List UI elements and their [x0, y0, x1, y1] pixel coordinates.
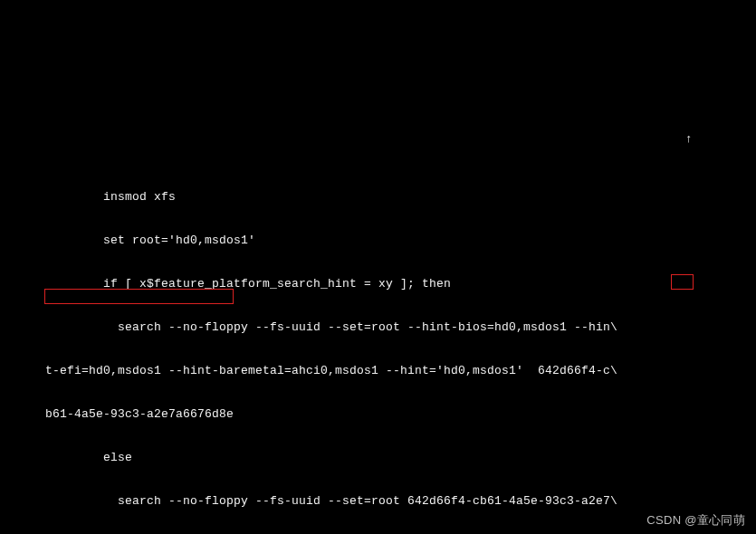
- grub-config-line[interactable]: else: [45, 451, 747, 465]
- grub-config-line[interactable]: search --no-floppy --fs-uuid --set=root …: [45, 494, 747, 509]
- grub-config-line[interactable]: search --no-floppy --fs-uuid --set=root …: [45, 320, 747, 335]
- grub-config-line[interactable]: if [ x$feature_platform_search_hint = xy…: [45, 277, 747, 291]
- scroll-up-indicator-icon: ↑: [685, 132, 693, 147]
- csdn-watermark: CSDN @童心同萌: [646, 512, 745, 529]
- grub-config-line[interactable]: set root='hd0,msdos1': [45, 234, 747, 248]
- grub-config-line[interactable]: t-efi=hd0,msdos1 --hint-baremetal=ahci0,…: [45, 364, 747, 378]
- grub-config-line[interactable]: insmod xfs: [45, 190, 747, 205]
- grub-edit-terminal[interactable]: ↑ insmod xfs set root='hd0,msdos1' if [ …: [0, 0, 756, 534]
- grub-config-line[interactable]: b61-4a5e-93c3-a2e7a6676d8e: [45, 407, 747, 422]
